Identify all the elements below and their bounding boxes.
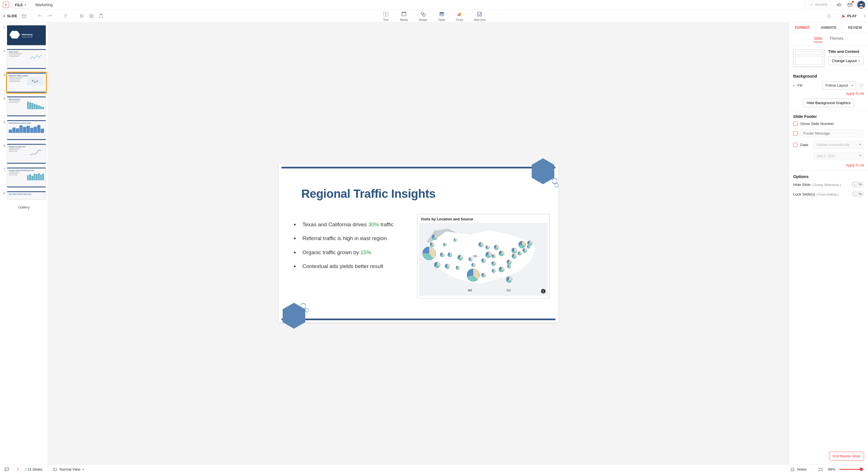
- cut-button[interactable]: [79, 13, 85, 19]
- lock-slide-label: Lock Slide(s): [793, 192, 815, 196]
- animate-tab[interactable]: ANIMATE: [815, 22, 842, 33]
- slide-thumb-6[interactable]: Requests-to-Leads Trend: [7, 144, 46, 164]
- gallery-button[interactable]: Gallery: [2, 203, 46, 212]
- slide-thumb-3[interactable]: Regional Traffic Insights: [7, 72, 46, 93]
- slide-thumb-7[interactable]: Average Lead-per-Month/Yearly Trend: [7, 167, 46, 188]
- share-icon: [809, 3, 813, 7]
- slide-thumb-1[interactable]: MarketingQuarterly Review: [7, 25, 46, 45]
- add-slide-button[interactable]: + SLIDE: [3, 13, 17, 19]
- copy-button[interactable]: [89, 13, 94, 19]
- addons-button[interactable]: Add-Ons: [474, 11, 486, 22]
- options-heading: Options: [793, 174, 864, 179]
- share-button[interactable]: SHARE: [805, 1, 832, 9]
- insert-chart-button[interactable]: Chart: [456, 11, 463, 22]
- map-chart-card[interactable]: Visits by Location and Source US MX CU i: [417, 214, 550, 299]
- themes-subtab[interactable]: Themes: [829, 36, 844, 42]
- add-slide-label: SLIDE: [7, 14, 17, 18]
- show-slide-number-checkbox[interactable]: [793, 122, 798, 126]
- settings-gear-icon[interactable]: [826, 13, 832, 19]
- svg-rect-48: [791, 468, 794, 471]
- review-tab[interactable]: REVIEW: [842, 22, 868, 33]
- bullet-2[interactable]: Referral traffic is high in east region: [294, 235, 406, 242]
- slide-thumb-5[interactable]: Product Revenue Analysis Graph: [7, 120, 46, 140]
- map-pie-Georgia: [499, 267, 504, 272]
- insert-text-button[interactable]: T Text: [382, 11, 389, 22]
- slide-canvas-area[interactable]: Regional Traffic Insights Texas and Cali…: [48, 22, 789, 465]
- zoom-slider[interactable]: [839, 469, 865, 470]
- hide-slide-toggle[interactable]: ||No: [851, 182, 864, 187]
- hexagon-small-bottom-1: [301, 303, 306, 309]
- fill-select[interactable]: Follow Layout▾: [822, 81, 856, 90]
- document-title[interactable]: Marketing: [35, 3, 53, 7]
- slide-bullets[interactable]: Texas and California drives 30% traffic …: [294, 221, 406, 277]
- layout-picker-button[interactable]: [21, 13, 27, 19]
- slide-thumb-2[interactable]: Sales Trend: [7, 49, 46, 69]
- plus-icon: +: [3, 13, 5, 19]
- app-logo[interactable]: [3, 2, 9, 8]
- fill-reset-button[interactable]: [859, 83, 864, 88]
- table-icon: [438, 11, 445, 17]
- date-checkbox[interactable]: [793, 143, 798, 147]
- lock-slide-toggle[interactable]: ||No: [851, 191, 864, 197]
- slide-title[interactable]: Regional Traffic Insights: [301, 187, 435, 201]
- play-icon: ▶: [842, 14, 845, 18]
- format-tab[interactable]: FORMAT: [789, 22, 815, 33]
- change-layout-button[interactable]: Change Layout▾: [828, 57, 864, 65]
- notes-toggle[interactable]: Notes: [790, 467, 807, 472]
- svg-point-20: [402, 12, 403, 12]
- redo-button[interactable]: [47, 13, 53, 19]
- insert-text-label: Text: [383, 18, 389, 22]
- date-update-select[interactable]: Update Automatically▾: [813, 141, 864, 149]
- svg-point-1: [812, 3, 813, 4]
- insert-table-label: Table: [438, 18, 445, 22]
- view-mode-select[interactable]: Normal View ▾: [53, 467, 84, 472]
- info-icon[interactable]: i: [541, 289, 546, 294]
- slide-thumb-8[interactable]: New Visitors Growth Yearly Trend: [7, 191, 46, 200]
- hide-bg-graphics-button[interactable]: Hide Background Graphics: [803, 98, 854, 107]
- bullet-4[interactable]: Contextual ads yields better result: [294, 263, 406, 270]
- comments-icon[interactable]: [3, 466, 10, 473]
- svg-text:T: T: [385, 12, 387, 16]
- footer-message-checkbox[interactable]: [793, 131, 798, 135]
- map-pie-Texas: [467, 269, 480, 281]
- footer-apply-all-link[interactable]: Apply To All: [793, 163, 864, 167]
- caret-right-icon[interactable]: ▸: [793, 84, 795, 87]
- fill-label: Fill: [798, 83, 819, 88]
- zoom-level: 98%: [828, 467, 835, 471]
- undo-button[interactable]: [37, 13, 43, 19]
- chevron-down-icon: ▾: [25, 3, 26, 6]
- edit-master-slide-button[interactable]: Edit Master Slide: [829, 452, 864, 461]
- fit-to-screen-icon[interactable]: [817, 466, 824, 473]
- map-pie-California-N: [423, 246, 436, 260]
- insert-shape-button[interactable]: Shape: [419, 11, 427, 22]
- bullet-1[interactable]: Texas and California drives 30% traffic: [294, 221, 406, 228]
- current-slide[interactable]: Regional Traffic Insights Texas and Cali…: [279, 165, 558, 323]
- chart-icon: [456, 11, 463, 17]
- play-dropdown[interactable]: ▾: [861, 14, 865, 18]
- date-value-select[interactable]: July 5, 2021▾: [813, 152, 864, 160]
- map-pie-Pennsylvania: [512, 248, 517, 253]
- slide-thumb-4[interactable]: SEO Analytics: [7, 96, 46, 116]
- bullet-3[interactable]: Organic traffic grown by 15%: [294, 249, 406, 256]
- play-slideshow-button[interactable]: ▶ PLAY: [842, 14, 857, 18]
- slide-subtab[interactable]: Slide: [814, 36, 823, 42]
- mail-icon[interactable]: [846, 1, 853, 8]
- svg-rect-32: [459, 13, 460, 16]
- megaphone-icon[interactable]: [836, 1, 843, 8]
- background-heading: Background: [793, 74, 864, 78]
- user-avatar[interactable]: [857, 1, 865, 9]
- current-slide-number[interactable]: 3: [14, 466, 21, 472]
- play-label: PLAY: [847, 14, 857, 18]
- insert-table-button[interactable]: Table: [438, 11, 445, 22]
- map-pie-Florida: [506, 276, 512, 283]
- map-chart-title: Visits by Location and Source: [417, 214, 550, 223]
- total-slides-label: / 13 Slides: [25, 467, 42, 471]
- format-painter-button[interactable]: [63, 13, 69, 19]
- bg-apply-all-link[interactable]: Apply To All: [793, 92, 864, 96]
- slide-thumbnails-panel[interactable]: 1MarketingQuarterly Review 2Sales Trend …: [0, 22, 48, 465]
- insert-media-button[interactable]: Media: [400, 11, 408, 22]
- svg-point-21: [404, 12, 404, 12]
- paste-button[interactable]: [98, 13, 104, 19]
- file-menu-button[interactable]: FILE ▾: [12, 1, 29, 8]
- footer-message-input[interactable]: [800, 129, 864, 137]
